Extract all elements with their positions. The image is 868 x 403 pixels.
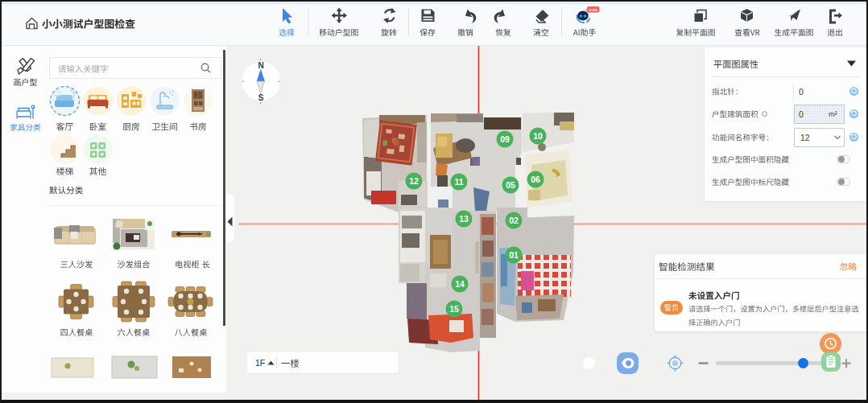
svg-text:N: N — [258, 61, 263, 70]
svg-text:14: 14 — [455, 279, 465, 289]
svg-text:13: 13 — [459, 214, 469, 224]
svg-text:15: 15 — [449, 304, 459, 314]
svg-text:12: 12 — [409, 176, 419, 186]
svg-text:S: S — [258, 93, 264, 102]
svg-text:02: 02 — [509, 216, 519, 225]
svg-text:06: 06 — [531, 175, 540, 184]
svg-text:09: 09 — [500, 134, 510, 144]
svg-text:05: 05 — [506, 180, 515, 190]
svg-text:11: 11 — [454, 177, 463, 187]
svg-text:10: 10 — [533, 131, 543, 141]
svg-text:01: 01 — [509, 250, 519, 260]
